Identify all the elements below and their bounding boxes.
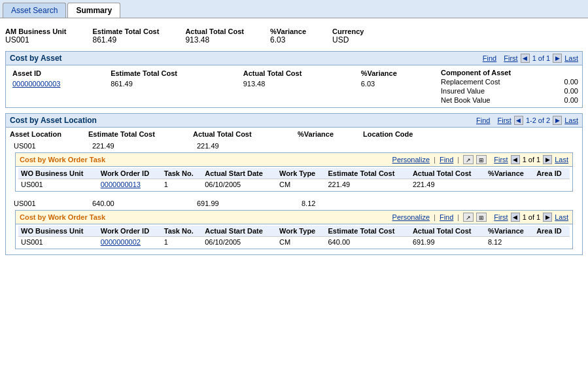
cost-by-asset-find[interactable]: Find xyxy=(483,54,496,62)
tab-asset-search[interactable]: Asset Search xyxy=(3,3,66,18)
bu-value: US001 xyxy=(5,35,67,44)
asset-main-area: Asset ID Estimate Total Cost Actual Tota… xyxy=(10,68,578,105)
row1-actual: 221.49 xyxy=(410,179,485,190)
wo-find-1[interactable]: Find xyxy=(440,156,453,164)
summary-estimate: Estimate Total Cost 861.49 xyxy=(93,27,160,44)
variance-value: 6.03 xyxy=(270,35,306,44)
wo-first-1[interactable]: First xyxy=(494,156,508,164)
wo-grid-icon-2[interactable]: ⊞ xyxy=(476,213,487,222)
wo2-col-bu: WO Business Unit xyxy=(18,226,98,237)
cost-by-asset-nav-first[interactable]: First xyxy=(504,54,517,62)
row2-date: 06/10/2005 xyxy=(202,237,277,248)
wo-col-estimate: Estimate Total Cost xyxy=(325,168,409,179)
wo2-col-estimate: Estimate Total Cost xyxy=(325,226,409,237)
cost-by-asset-nav: Find First ◀ 1 of 1 ▶ Last xyxy=(483,54,578,63)
location-row-2: US001 640.00 691.99 8.12 xyxy=(14,200,574,207)
wo-col-area: Area ID xyxy=(534,168,570,179)
loc2-estimate: 640.00 xyxy=(92,200,197,207)
wo2-col-id: Work Order ID xyxy=(98,226,162,237)
cost-by-asset-prev[interactable]: ◀ xyxy=(521,54,530,63)
col-estimate: Estimate Total Cost xyxy=(108,68,241,78)
currency-label: Currency xyxy=(332,27,364,35)
summary-row: AM Business Unit US001 Estimate Total Co… xyxy=(5,27,583,44)
replacement-row: Replacement Cost 0.00 xyxy=(441,77,578,86)
cost-by-location-body: Asset Location Estimate Total Cost Actua… xyxy=(6,128,582,254)
wo-personalize-2[interactable]: Personalize xyxy=(392,213,430,221)
loc2-code xyxy=(367,200,445,207)
wo-export-icon-1[interactable]: ↗ xyxy=(463,155,474,164)
cost-by-location-header: Cost by Asset Location Find First ◀ 1-2 … xyxy=(6,114,582,128)
wo-task-header-1: Cost by Work Order Task Personalize | Fi… xyxy=(16,153,572,167)
col-variance: %Variance xyxy=(358,68,434,78)
wo-prev-1[interactable]: ◀ xyxy=(511,155,520,164)
row1-type: CM xyxy=(277,179,325,190)
wo2-col-date: Actual Start Date xyxy=(202,226,277,237)
col-actual: Actual Total Cost xyxy=(241,68,358,78)
cost-by-location-prev[interactable]: ◀ xyxy=(514,116,523,125)
row1-task: 1 xyxy=(162,179,202,190)
cost-by-location-find[interactable]: Find xyxy=(476,116,490,124)
wo-table-container-1: WO Business Unit Work Order ID Task No. … xyxy=(16,167,572,191)
wo-prev-2[interactable]: ◀ xyxy=(511,213,520,222)
wo2-col-type: Work Type xyxy=(277,226,325,237)
wo-col-bu: WO Business Unit xyxy=(18,168,98,179)
asset-table-header: Asset ID Estimate Total Cost Actual Tota… xyxy=(10,68,434,78)
asset-right-panel: Component of Asset Replacement Cost 0.00… xyxy=(434,68,578,105)
wo-first-2[interactable]: First xyxy=(494,213,508,221)
cost-by-asset-page: 1 of 1 xyxy=(532,54,551,62)
wo-find-2[interactable]: Find xyxy=(440,213,453,221)
wo-export-icon-2[interactable]: ↗ xyxy=(463,213,474,222)
cost-by-asset-title: Cost by Asset xyxy=(10,54,62,63)
wo-col-task: Task No. xyxy=(162,168,202,179)
row2-actual: 691.99 xyxy=(410,237,485,248)
wo-task-header-2: Cost by Work Order Task Personalize | Fi… xyxy=(16,211,572,224)
estimate-label: Estimate Total Cost xyxy=(93,27,160,35)
wo-grid-icon-1[interactable]: ⊞ xyxy=(476,155,487,164)
row1-bu: US001 xyxy=(18,179,98,190)
row2-task: 1 xyxy=(162,237,202,248)
loc1-code xyxy=(367,142,445,150)
loc1-actual: 221.49 xyxy=(197,142,302,150)
wo-task-sub-section-2: Cost by Work Order Task Personalize | Fi… xyxy=(15,210,573,249)
row1-id[interactable]: 0000000013 xyxy=(98,179,162,190)
loc2-variance: 8.12 xyxy=(302,200,367,207)
loc-col-code: Location Code xyxy=(363,130,441,138)
net-label: Net Book Value xyxy=(441,96,491,104)
row2-id[interactable]: 0000000002 xyxy=(98,237,162,248)
cost-by-location-next[interactable]: ▶ xyxy=(553,116,562,125)
wo-next-1[interactable]: ▶ xyxy=(543,155,552,164)
row1-estimate: 221.49 xyxy=(325,179,409,190)
cost-by-asset-next[interactable]: ▶ xyxy=(553,54,562,63)
cost-by-asset-last[interactable]: Last xyxy=(564,54,578,62)
tab-summary[interactable]: Summary xyxy=(67,3,120,18)
row1-date: 06/10/2005 xyxy=(202,179,277,190)
wo-personalize-1[interactable]: Personalize xyxy=(392,156,430,164)
cost-by-asset-section: Cost by Asset Find First ◀ 1 of 1 ▶ Last… xyxy=(5,51,583,108)
wo-table-container-2: WO Business Unit Work Order ID Task No. … xyxy=(16,224,572,249)
wo-col-id: Work Order ID xyxy=(98,168,162,179)
insured-value: 0.00 xyxy=(564,87,578,95)
wo-task-title-2: Cost by Work Order Task xyxy=(20,213,105,221)
wo-table-2: WO Business Unit Work Order ID Task No. … xyxy=(18,226,570,247)
wo-task-sub-section-1: Cost by Work Order Task Personalize | Fi… xyxy=(15,152,573,192)
wo-page-2: 1 of 1 xyxy=(523,213,541,221)
wo-table-header-1: WO Business Unit Work Order ID Task No. … xyxy=(18,168,570,179)
cost-by-location-nav: Find First ◀ 1-2 of 2 ▶ Last xyxy=(476,116,578,125)
asset-row-actual: 913.48 xyxy=(241,78,358,89)
wo-last-2[interactable]: Last xyxy=(555,213,568,221)
loc1-variance xyxy=(302,142,367,150)
asset-row-id[interactable]: 000000000003 xyxy=(10,78,108,89)
cost-by-location-nav-first[interactable]: First xyxy=(498,116,511,124)
cost-by-location-title: Cost by Asset Location xyxy=(10,116,97,125)
asset-table: Asset ID Estimate Total Cost Actual Tota… xyxy=(10,68,434,89)
summary-currency: Currency USD xyxy=(332,27,364,44)
wo-task-nav-1: Personalize | Find | ↗ ⊞ First ◀ 1 of 1 … xyxy=(392,155,568,164)
wo-next-2[interactable]: ▶ xyxy=(543,213,552,222)
row2-variance: 8.12 xyxy=(485,237,534,248)
insured-row: Insured Value 0.00 xyxy=(441,86,578,96)
row2-area xyxy=(534,237,570,248)
loc-col-location: Asset Location xyxy=(10,130,88,138)
cost-by-location-section: Cost by Asset Location Find First ◀ 1-2 … xyxy=(5,113,583,255)
wo-last-1[interactable]: Last xyxy=(555,156,568,164)
cost-by-location-last[interactable]: Last xyxy=(564,116,578,124)
